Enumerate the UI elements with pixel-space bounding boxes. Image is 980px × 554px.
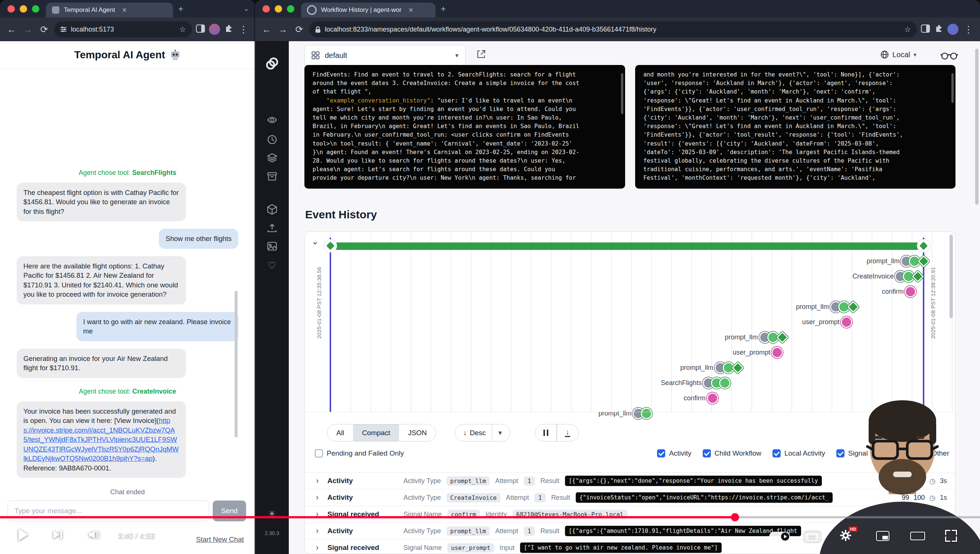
external-link-icon[interactable] <box>476 49 486 60</box>
sort-options-chevron-icon[interactable]: ▾ <box>492 424 508 441</box>
new-tab-button[interactable]: + <box>173 0 189 18</box>
sun-icon[interactable]: ☀ <box>255 509 289 519</box>
marker-diamond-icon[interactable] <box>847 301 859 313</box>
checkbox-icon[interactable] <box>703 449 711 457</box>
address-bar[interactable]: localhost:5173 ☆ <box>54 21 192 38</box>
workflow-start-marker[interactable] <box>324 239 337 252</box>
reload-icon[interactable]: ⟳ <box>293 24 305 35</box>
forward-icon[interactable]: → <box>277 24 289 35</box>
timeline-node-group[interactable] <box>775 347 783 358</box>
start-new-chat-link[interactable]: Start New Chat <box>196 535 244 544</box>
pending-failed-filter[interactable]: Pending and Failed Only <box>315 449 404 457</box>
timeline-node-group[interactable] <box>706 377 730 389</box>
marker-diamond-icon[interactable] <box>918 255 930 267</box>
timeline-node-group[interactable] <box>718 362 742 374</box>
side-panel-icon[interactable] <box>196 24 205 34</box>
close-tab-icon[interactable]: ✕ <box>408 6 414 14</box>
workflow-input-json-panel[interactable]: FindEvents: Find an event to travel to 2… <box>304 65 625 189</box>
sort-desc[interactable]: ↓ Desc <box>457 424 492 441</box>
panel-scrollbar[interactable] <box>621 73 623 114</box>
expand-chevron-icon[interactable]: › <box>316 493 322 502</box>
timeline-node-group[interactable] <box>908 286 916 298</box>
clock-icon[interactable] <box>255 135 289 145</box>
checkbox-icon[interactable] <box>315 449 323 457</box>
puzzle-icon[interactable] <box>224 24 234 35</box>
view-option-json[interactable]: JSON <box>399 424 436 441</box>
signal-marker-icon[interactable] <box>905 286 916 298</box>
message-input[interactable] <box>8 500 209 521</box>
temporal-logo-icon[interactable] <box>255 56 289 71</box>
checkbox-icon[interactable] <box>657 449 665 457</box>
profile-avatar[interactable] <box>947 24 958 35</box>
type-filter-local-activity[interactable]: Local Activity <box>773 449 825 457</box>
labs-glasses-icon[interactable] <box>941 51 958 62</box>
sort-order-button[interactable]: ↓ Desc ▾ <box>455 424 511 441</box>
close-window-button[interactable] <box>262 5 270 13</box>
expand-chevron-icon[interactable]: › <box>316 509 322 519</box>
cluster-select[interactable]: Local ▾ <box>880 50 916 59</box>
send-button[interactable]: Send <box>213 500 246 521</box>
panel-scrollbar[interactable] <box>951 73 954 103</box>
close-tab-icon[interactable]: ✕ <box>122 6 127 14</box>
tab-temporal-ai-agent[interactable]: Temporal AI Agent ✕ <box>46 3 173 18</box>
timeline-node-group[interactable] <box>898 271 922 282</box>
cube-icon[interactable] <box>255 204 289 215</box>
timeline-node-group[interactable] <box>904 255 928 267</box>
view-option-all[interactable]: All <box>328 424 353 441</box>
expand-chevron-icon[interactable]: › <box>316 543 322 552</box>
pause-icon[interactable] <box>535 424 557 441</box>
workflow-execution-bar[interactable] <box>330 242 924 250</box>
signal-marker-icon[interactable] <box>707 392 718 404</box>
timeline-node-group[interactable] <box>844 316 852 328</box>
side-panel-icon[interactable] <box>921 24 930 34</box>
marker-diamond-icon[interactable] <box>776 331 789 344</box>
layers-icon[interactable] <box>255 153 289 162</box>
heart-icon[interactable]: ♡ <box>255 260 289 271</box>
lock-icon[interactable] <box>315 26 321 33</box>
expand-chevron-icon[interactable]: › <box>316 476 322 486</box>
activity-marker-icon[interactable] <box>641 408 652 419</box>
checkbox-icon[interactable] <box>773 449 781 457</box>
timeline-node-group[interactable] <box>762 331 787 343</box>
signal-marker-icon[interactable] <box>841 316 852 328</box>
reload-icon[interactable]: ⟳ <box>38 24 51 35</box>
workflow-result-json-panel[interactable]: and month you're interested in for the e… <box>635 65 956 189</box>
kebab-icon[interactable]: ⋮ <box>237 24 250 35</box>
timeline-node-group[interactable] <box>834 301 858 313</box>
marker-diamond-icon[interactable] <box>732 361 744 374</box>
star-icon[interactable]: ☆ <box>179 25 186 34</box>
activity-marker-icon[interactable] <box>719 377 730 389</box>
minimize-window-button[interactable] <box>275 5 282 13</box>
window-icon[interactable] <box>255 242 289 251</box>
view-option-compact[interactable]: Compact <box>353 424 399 441</box>
minimize-window-button[interactable] <box>20 5 27 13</box>
forward-icon[interactable]: → <box>22 24 34 35</box>
marker-diamond-icon[interactable] <box>912 270 924 283</box>
invoice-link[interactable]: https://invoice.stripe.com/i/acct_1NBOLu… <box>23 417 178 462</box>
tab-search-chevron-icon[interactable]: ⌄ <box>243 5 249 13</box>
profile-avatar[interactable] <box>209 24 220 35</box>
address-bar[interactable]: localhost:8233/namespaces/default/workfl… <box>309 21 917 38</box>
download-icon[interactable]: ↓ <box>557 424 578 441</box>
tab-workflow-history[interactable]: Workflow History | agent-wor ✕ <box>301 3 436 18</box>
type-filter-activity[interactable]: Activity <box>657 449 691 457</box>
new-tab-button[interactable]: + <box>436 0 451 18</box>
upload-icon[interactable] <box>255 223 289 233</box>
expand-chevron-icon[interactable]: › <box>316 526 322 536</box>
back-icon[interactable]: ← <box>5 24 18 35</box>
chat-scrollbar[interactable] <box>235 291 237 438</box>
zoom-window-button[interactable] <box>32 5 39 13</box>
star-icon[interactable]: ☆ <box>904 25 911 34</box>
eye-icon[interactable] <box>255 116 289 124</box>
close-window-button[interactable] <box>8 5 15 13</box>
timeline-scrollbar[interactable] <box>950 235 953 318</box>
timeline-node-group[interactable] <box>636 408 652 419</box>
timeline-node-group[interactable] <box>710 392 718 404</box>
kebab-icon[interactable]: ⋮ <box>962 24 975 35</box>
type-filter-child-workflow[interactable]: Child Workflow <box>703 449 761 457</box>
archive-icon[interactable] <box>255 172 289 181</box>
namespace-select[interactable]: default ▾ <box>304 45 466 66</box>
chat-message-list[interactable]: Agent chose tool: SearchFlightsThe cheap… <box>0 69 255 499</box>
site-info-icon[interactable] <box>60 26 67 33</box>
workflow-end-marker[interactable] <box>917 239 930 252</box>
